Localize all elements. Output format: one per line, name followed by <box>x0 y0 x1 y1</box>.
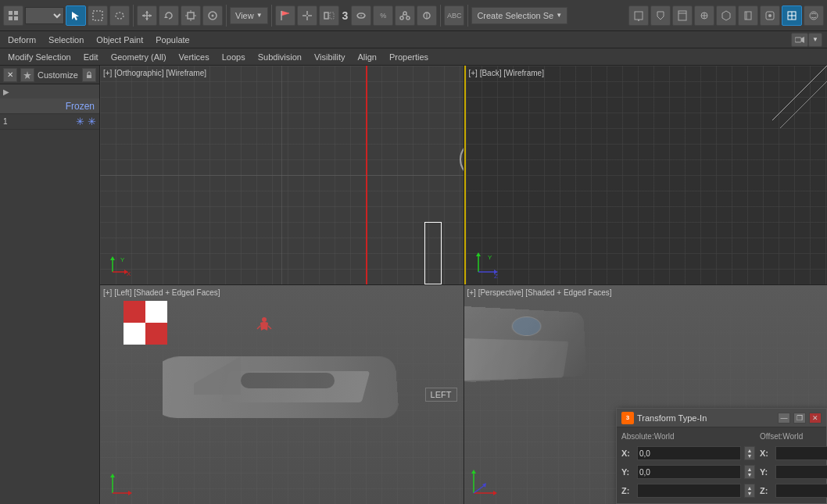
right-icon-2[interactable] <box>650 5 671 26</box>
svg-marker-79 <box>110 474 115 477</box>
off-x-input[interactable] <box>775 446 827 460</box>
frozen-header-icon: Frozen <box>66 101 95 112</box>
dialog-body: Absolute:World X: ▲ ▼ Y: <box>617 427 826 503</box>
right-icon-1[interactable] <box>628 5 649 26</box>
ellipse-select-btn[interactable] <box>109 5 130 26</box>
submenu-visibility[interactable]: Visibility <box>308 48 352 65</box>
off-x-label: X: <box>760 449 772 458</box>
sidebar-pin-btn[interactable] <box>20 68 34 82</box>
submenu-properties[interactable]: Properties <box>383 48 435 65</box>
submenu-geometry[interactable]: Geometry (All) <box>105 48 173 65</box>
move-btn[interactable] <box>137 5 157 26</box>
menu-selection[interactable]: Selection <box>42 31 90 48</box>
sidebar-expand-btn[interactable]: ▶ <box>0 84 99 98</box>
sidebar-lock-btn[interactable] <box>82 68 96 82</box>
right-icon-8-active[interactable] <box>782 5 802 26</box>
dropdown-arrow-btn[interactable]: ▼ <box>808 33 822 47</box>
chain-btn[interactable] <box>351 5 371 26</box>
viewport-orthographic[interactable]: Y X [+] [Orthographic] [Wireframe] <box>100 66 464 284</box>
off-z-input[interactable] <box>775 484 827 498</box>
select-arrow-btn[interactable] <box>66 5 86 26</box>
right-icon-7[interactable] <box>760 5 780 26</box>
percent-btn[interactable]: % <box>373 5 393 26</box>
right-icon-9[interactable] <box>804 5 824 26</box>
filter-dropdown[interactable]: All <box>25 7 64 24</box>
offset-y-row: Y: ▲ ▼ <box>760 464 827 480</box>
svg-marker-21 <box>281 11 289 16</box>
view-dropdown-btn[interactable]: View ▼ <box>230 7 268 24</box>
submenu-loops[interactable]: Loops <box>216 48 252 65</box>
absolute-z-row: Z: ▲ ▼ <box>621 483 755 499</box>
dialog-minimize-btn[interactable]: — <box>778 413 790 424</box>
svg-point-31 <box>400 16 403 20</box>
subelement-1-btn[interactable] <box>395 5 415 26</box>
transform-dialog: 3 Transform Type-In — ❐ ✕ Absolute:World… <box>616 408 827 504</box>
svg-rect-45 <box>745 12 751 20</box>
svg-rect-56 <box>87 75 91 78</box>
sidebar-list: Frozen 1 ✳ ✳ <box>0 98 99 504</box>
absolute-world-label: Absolute:World <box>621 432 755 441</box>
dialog-restore-btn[interactable]: ❐ <box>793 413 806 424</box>
rotate-btn[interactable] <box>159 5 179 26</box>
mode-number: 3 <box>341 9 350 22</box>
subelement-2-btn[interactable] <box>417 5 437 26</box>
submenu-edit[interactable]: Edit <box>77 48 105 65</box>
right-icon-3[interactable] <box>672 5 693 26</box>
svg-line-33 <box>403 14 403 16</box>
abs-z-input[interactable] <box>637 484 741 498</box>
svg-marker-54 <box>801 37 804 43</box>
create-selection-btn[interactable]: Create Selection Se ▼ <box>471 7 567 24</box>
svg-marker-10 <box>145 18 149 20</box>
offset-world-label: Offset:World <box>760 432 827 441</box>
viewport-left[interactable]: LEFT [+] [Left] [Shaded + Edged Faces] <box>100 285 464 504</box>
dialog-close-btn[interactable]: ✕ <box>809 413 822 424</box>
submenu-align[interactable]: Align <box>352 48 383 65</box>
dialog-titlebar: 3 Transform Type-In — ❐ ✕ <box>617 409 826 427</box>
menu-populate[interactable]: Populate <box>149 31 195 48</box>
offset-x-row: X: ▲ ▼ <box>760 445 827 461</box>
abs-z-spinner[interactable]: ▲ ▼ <box>744 484 755 498</box>
rect-select-btn[interactable] <box>88 5 108 26</box>
viewport-perspective[interactable]: [+] [Perspective] [Shaded + Edged Faces]… <box>464 285 828 504</box>
vp1-center-h <box>100 175 464 176</box>
svg-point-20 <box>212 14 214 16</box>
grid-menu-icon[interactable] <box>3 5 23 26</box>
submenu-subdivision[interactable]: Subdivision <box>252 48 308 65</box>
right-icon-4[interactable] <box>694 5 714 26</box>
circle-snap-btn[interactable] <box>202 5 223 26</box>
submenu-modify-selection[interactable]: Modify Selection <box>2 48 77 65</box>
svg-marker-13 <box>164 16 168 18</box>
abs-y-input[interactable] <box>637 465 741 479</box>
menu-bar: Deform Selection Object Paint Populate ▼ <box>0 31 827 48</box>
menu-deform[interactable]: Deform <box>2 31 42 48</box>
absolute-x-row: X: ▲ ▼ <box>621 445 755 461</box>
menu-object-paint[interactable]: Object Paint <box>90 31 149 48</box>
submenu-vertices[interactable]: Vertices <box>173 48 216 65</box>
abs-y-spinner[interactable]: ▲ ▼ <box>744 465 755 479</box>
mirror-btn[interactable] <box>319 5 339 26</box>
sidebar-close-btn[interactable]: ✕ <box>3 68 17 82</box>
checkerboard-marker <box>124 301 167 345</box>
separator-1 <box>133 5 134 27</box>
scale-btn[interactable] <box>181 5 201 26</box>
vp1-white-rect <box>424 222 442 284</box>
separator-5 <box>467 5 468 27</box>
right-icons <box>628 5 824 26</box>
right-icon-5[interactable] <box>716 5 736 26</box>
off-y-input[interactable] <box>775 465 827 479</box>
svg-point-30 <box>403 12 406 15</box>
sidebar-item-1[interactable]: 1 ✳ ✳ <box>0 114 99 130</box>
svg-marker-9 <box>145 11 149 13</box>
svg-line-34 <box>406 14 407 16</box>
svg-rect-28 <box>330 13 334 19</box>
right-icon-6[interactable] <box>738 5 758 26</box>
left-sidebar: ✕ Customize ▶ Frozen <box>0 66 100 504</box>
snap-toggle-btn[interactable] <box>297 5 317 26</box>
abs-x-input[interactable] <box>637 446 741 460</box>
flag-btn[interactable] <box>275 5 295 26</box>
record-btn[interactable] <box>791 33 808 47</box>
svg-rect-53 <box>795 38 801 42</box>
viewport-back[interactable]: Y Z [+] [Back] [Wireframe] <box>464 66 828 284</box>
text-btn[interactable]: ABC <box>444 5 464 26</box>
abs-x-spinner[interactable]: ▲ ▼ <box>744 446 755 460</box>
